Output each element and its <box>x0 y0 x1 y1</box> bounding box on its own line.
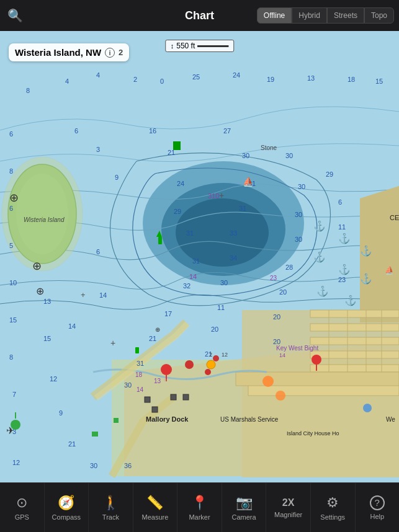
marker-icon: 📍 <box>191 495 208 511</box>
svg-text:11: 11 <box>217 304 225 311</box>
svg-rect-13 <box>310 324 399 331</box>
svg-text:⚓: ⚓ <box>313 220 326 232</box>
svg-text:6: 6 <box>9 130 13 138</box>
svg-text:0: 0 <box>160 78 164 85</box>
tool-compass[interactable]: 🧭 Compass <box>45 483 89 532</box>
svg-text:⚓: ⚓ <box>316 285 329 297</box>
svg-rect-105 <box>158 237 162 244</box>
svg-text:30: 30 <box>124 381 132 389</box>
tool-magnifier[interactable]: 2X Magnifier <box>266 483 311 532</box>
svg-text:20: 20 <box>211 326 218 333</box>
svg-text:29: 29 <box>174 208 181 215</box>
settings-icon: ⚙ <box>326 495 339 511</box>
svg-text:36: 36 <box>124 462 132 469</box>
page-title: Chart <box>185 9 214 22</box>
location-label: Wisteria Island, NW i 2 <box>9 43 129 61</box>
tool-camera[interactable]: 📷 Camera <box>222 483 267 532</box>
tool-compass-label: Compass <box>52 513 81 521</box>
svg-text:We: We <box>386 416 395 423</box>
tool-settings[interactable]: ⚙ Settings <box>311 483 356 532</box>
svg-text:30: 30 <box>90 462 97 469</box>
tool-help[interactable]: ? Help <box>356 483 400 532</box>
svg-text:14: 14 <box>99 291 107 299</box>
svg-text:⚓: ⚓ <box>360 273 372 285</box>
svg-text:23: 23 <box>338 276 346 283</box>
scale-indicator: ↕ 550 ft <box>165 40 235 52</box>
svg-rect-107 <box>135 347 139 353</box>
tool-camera-label: Camera <box>232 513 256 521</box>
tool-gps-label: GPS <box>15 513 29 521</box>
help-icon: ? <box>370 495 385 510</box>
magnifier-icon: 2X <box>282 497 295 508</box>
map-mode-streets[interactable]: Streets <box>327 7 364 24</box>
svg-text:⛵: ⛵ <box>385 265 394 275</box>
svg-point-113 <box>312 355 321 365</box>
tool-track[interactable]: 🚶 Track <box>89 483 133 532</box>
tool-marker[interactable]: 📍 Marker <box>177 483 222 532</box>
svg-rect-122 <box>114 418 119 423</box>
compass-icon: 🧭 <box>58 495 74 511</box>
svg-text:30: 30 <box>295 211 302 218</box>
svg-text:Island City House Ho: Island City House Ho <box>287 430 339 437</box>
svg-text:31: 31 <box>186 229 194 237</box>
svg-text:7: 7 <box>12 391 16 398</box>
map-view[interactable]: ↕ 550 ft Wisteria Island, NW i 2 <box>0 31 399 482</box>
svg-point-110 <box>205 369 211 375</box>
map-mode-hybrid[interactable]: Hybrid <box>292 7 327 24</box>
svg-text:2: 2 <box>209 352 212 358</box>
svg-text:18: 18 <box>347 76 355 83</box>
location-index: 2 <box>119 48 123 57</box>
svg-text:30: 30 <box>285 152 293 159</box>
app-header: 🔍 Chart Offline Hybrid Streets Topo <box>0 0 399 31</box>
svg-text:19: 19 <box>267 76 274 83</box>
chart-svg: 8 4 4 2 0 25 24 19 13 18 15 6 8 6 5 10 1… <box>0 31 399 482</box>
svg-point-117 <box>262 376 274 387</box>
svg-text:6: 6 <box>96 248 100 255</box>
svg-text:21: 21 <box>68 440 76 448</box>
svg-text:6: 6 <box>9 205 13 212</box>
svg-text:⚓: ⚓ <box>338 264 351 275</box>
svg-text:+: + <box>110 338 115 348</box>
search-icon[interactable]: 🔍 <box>7 8 23 23</box>
map-mode-offline[interactable]: Offline <box>257 7 292 24</box>
tool-measure[interactable]: 📏 Measure <box>133 483 178 532</box>
location-name: Wisteria Island, NW <box>15 47 101 58</box>
svg-text:30: 30 <box>298 183 305 190</box>
svg-text:4: 4 <box>96 71 100 79</box>
svg-rect-121 <box>92 432 98 437</box>
svg-rect-132 <box>173 141 181 150</box>
svg-text:2: 2 <box>133 76 137 83</box>
svg-text:18: 18 <box>135 371 143 378</box>
map-mode-topo[interactable]: Topo <box>364 7 394 24</box>
svg-text:4: 4 <box>65 78 69 85</box>
svg-text:20: 20 <box>273 313 280 321</box>
tool-track-label: Track <box>102 513 119 521</box>
svg-text:13: 13 <box>154 378 161 384</box>
svg-text:30: 30 <box>295 236 302 243</box>
svg-point-111 <box>161 364 172 375</box>
svg-text:Key West Bight: Key West Bight <box>276 345 318 352</box>
svg-rect-12 <box>310 310 399 317</box>
svg-rect-123 <box>171 394 176 400</box>
svg-text:⛵: ⛵ <box>243 177 254 187</box>
tool-magnifier-label: Magnifier <box>274 511 302 518</box>
svg-point-118 <box>276 391 285 401</box>
svg-text:15: 15 <box>43 335 51 342</box>
svg-point-9 <box>2 157 83 271</box>
svg-text:14: 14 <box>137 386 144 393</box>
svg-text:US Marshals Service: US Marshals Service <box>220 416 279 423</box>
svg-text:6: 6 <box>338 198 342 206</box>
svg-text:34: 34 <box>230 254 237 262</box>
svg-text:8: 8 <box>9 353 13 361</box>
svg-text:17: 17 <box>164 310 172 317</box>
svg-text:5: 5 <box>9 242 13 249</box>
tool-gps[interactable]: ⊙ GPS <box>0 483 45 532</box>
svg-rect-15 <box>310 351 399 358</box>
info-button[interactable]: i <box>105 48 115 58</box>
svg-text:✈: ✈ <box>6 425 14 436</box>
svg-text:Mallory Dock: Mallory Dock <box>146 415 189 423</box>
svg-text:⚓: ⚓ <box>338 233 351 244</box>
svg-text:12: 12 <box>12 459 20 466</box>
track-icon: 🚶 <box>102 495 119 511</box>
svg-text:11: 11 <box>338 223 346 231</box>
